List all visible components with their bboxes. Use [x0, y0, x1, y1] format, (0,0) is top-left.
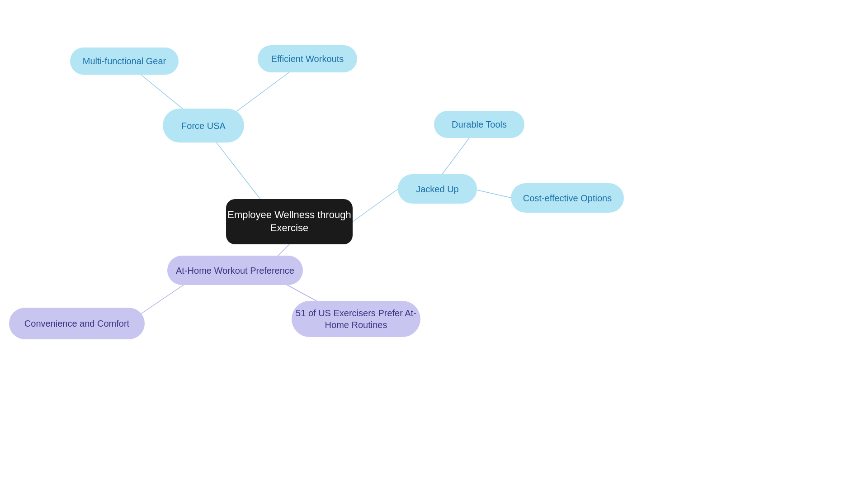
athome-node: At-Home Workout Preference: [167, 256, 303, 285]
jackedup-label: Jacked Up: [416, 183, 459, 195]
percent51-node: 51 of US Exercisers Prefer At-Home Routi…: [292, 301, 420, 337]
svg-line-3: [353, 189, 398, 222]
convenience-label: Convenience and Comfort: [24, 318, 129, 329]
efficient-node: Efficient Workouts: [258, 45, 357, 72]
center-label: Employee Wellness through Exercise: [226, 209, 353, 234]
costeff-label: Cost-effective Options: [523, 192, 612, 204]
jackedup-node: Jacked Up: [398, 174, 477, 204]
athome-label: At-Home Workout Preference: [176, 265, 294, 276]
multifunc-label: Multi-functional Gear: [83, 55, 166, 67]
svg-line-5: [477, 190, 511, 198]
durable-node: Durable Tools: [434, 111, 524, 138]
percent51-label: 51 of US Exercisers Prefer At-Home Routi…: [292, 307, 420, 331]
convenience-node: Convenience and Comfort: [9, 308, 145, 339]
costeff-node: Cost-effective Options: [511, 183, 624, 213]
efficient-label: Efficient Workouts: [271, 53, 344, 65]
center-node: Employee Wellness through Exercise: [226, 199, 353, 244]
forceusa-node: Force USA: [163, 109, 244, 143]
forceusa-label: Force USA: [181, 120, 226, 132]
multifunc-node: Multi-functional Gear: [70, 48, 179, 75]
durable-label: Durable Tools: [452, 119, 507, 130]
